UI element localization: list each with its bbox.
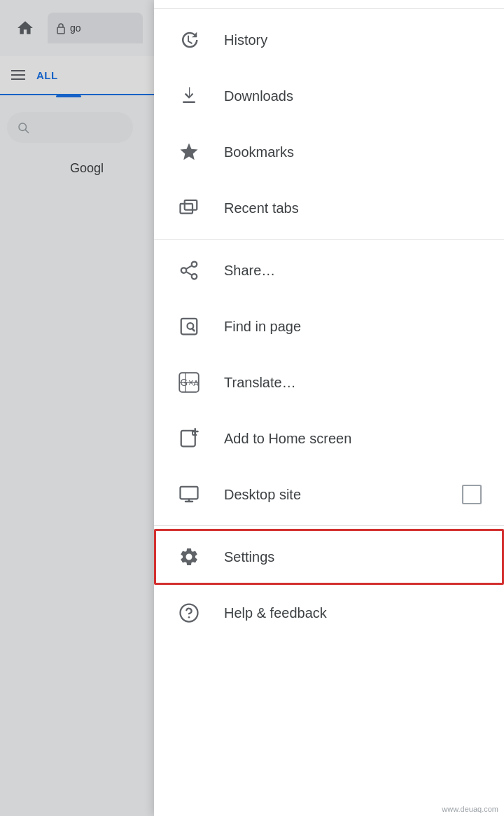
- svg-point-26: [188, 616, 190, 618]
- menu-item-recent-tabs[interactable]: Recent tabs: [154, 180, 504, 236]
- downloads-label: Downloads: [224, 88, 482, 104]
- menu-item-desktop-site[interactable]: Desktop site: [154, 466, 504, 523]
- menu-item-add-to-home[interactable]: Add to Home screen: [154, 410, 504, 466]
- menu-item-share[interactable]: Share…: [154, 242, 504, 298]
- translate-label: Translate…: [224, 375, 482, 391]
- translate-icon: G × A: [176, 370, 202, 395]
- desktop-site-icon: [176, 482, 202, 507]
- bookmarks-icon: [176, 139, 202, 165]
- svg-rect-10: [181, 319, 197, 335]
- menu-item-find-in-page[interactable]: Find in page: [154, 298, 504, 354]
- desktop-site-label: Desktop site: [224, 487, 440, 503]
- watermark: www.deuaq.com: [442, 805, 498, 813]
- menu-item-settings[interactable]: Settings: [154, 529, 504, 585]
- svg-rect-4: [185, 200, 197, 210]
- svg-line-8: [186, 272, 192, 275]
- svg-point-25: [181, 604, 198, 622]
- find-in-page-label: Find in page: [224, 319, 482, 335]
- svg-point-7: [192, 274, 197, 279]
- menu-item-downloads[interactable]: Downloads: [154, 68, 504, 124]
- history-label: History: [224, 32, 482, 48]
- add-to-home-icon: [176, 426, 202, 451]
- share-label: Share…: [224, 263, 482, 279]
- context-menu: History Downloads Bookmarks Recent tabs: [154, 0, 504, 816]
- divider-top: [154, 8, 504, 9]
- menu-bottom-spacer: [154, 641, 504, 816]
- settings-icon: [176, 544, 202, 569]
- menu-item-history[interactable]: History: [154, 12, 504, 68]
- history-icon: [176, 27, 202, 53]
- help-icon: [176, 600, 202, 625]
- add-to-home-label: Add to Home screen: [224, 431, 482, 447]
- svg-point-5: [192, 262, 197, 268]
- svg-line-12: [192, 329, 194, 331]
- svg-rect-22: [181, 487, 198, 499]
- settings-label: Settings: [224, 549, 482, 565]
- help-feedback-label: Help & feedback: [224, 605, 482, 621]
- recent-tabs-label: Recent tabs: [224, 200, 482, 216]
- desktop-site-checkbox[interactable]: [462, 485, 482, 504]
- menu-item-translate[interactable]: G × A Translate…: [154, 354, 504, 410]
- recent-tabs-icon: [176, 195, 202, 221]
- bookmarks-label: Bookmarks: [224, 144, 482, 160]
- divider-1: [154, 239, 504, 240]
- menu-item-bookmarks[interactable]: Bookmarks: [154, 124, 504, 180]
- svg-line-9: [186, 265, 192, 269]
- svg-point-6: [181, 268, 187, 273]
- overlay: [0, 0, 154, 816]
- divider-2: [154, 525, 504, 526]
- share-icon: [176, 258, 202, 283]
- downloads-icon: [176, 83, 202, 109]
- menu-item-help-feedback[interactable]: Help & feedback: [154, 585, 504, 641]
- find-in-page-icon: [176, 314, 202, 339]
- svg-rect-3: [181, 204, 193, 214]
- top-spacer: [154, 0, 504, 6]
